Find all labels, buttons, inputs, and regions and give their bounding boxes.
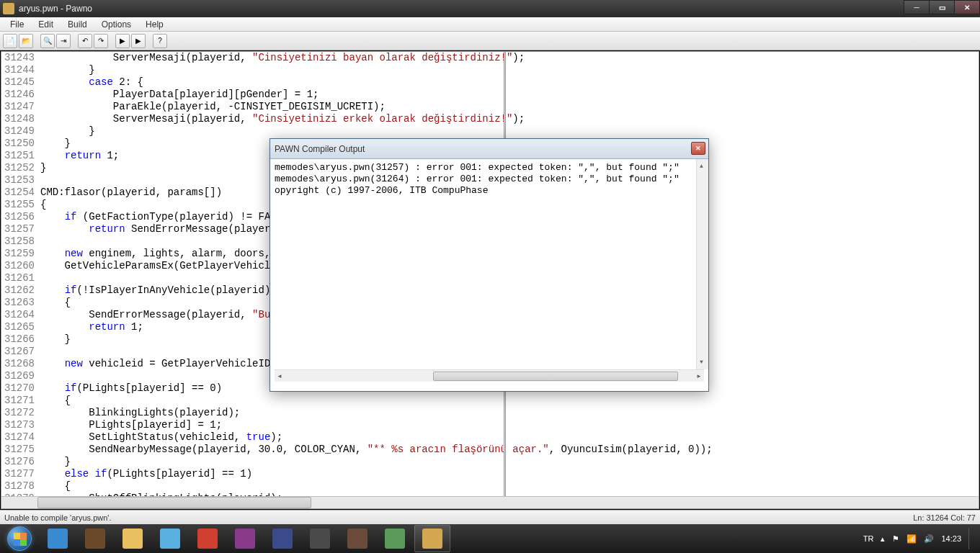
redo-button[interactable]: ↷ [94, 34, 108, 48]
scrollbar-thumb[interactable] [37, 497, 311, 508]
compiler-output-line: memodes\aryus.pwn(31264) : error 001: ex… [275, 174, 704, 185]
windows-taskbar: TR ▴ ⚑ 📶 🔊 14:23 [0, 524, 980, 553]
close-button[interactable]: ✕ [954, 0, 980, 14]
start-button[interactable] [0, 524, 39, 553]
show-desktop-button[interactable] [968, 528, 976, 549]
taskbar-app3[interactable] [377, 525, 413, 552]
line-gutter: 3124331244312453124631247312483124931250… [1, 52, 40, 505]
taskbar-minecraft[interactable] [77, 525, 113, 552]
minimize-button[interactable]: ─ [904, 0, 930, 14]
taskbar-pawno[interactable] [414, 525, 450, 552]
dialog-close-button[interactable]: ✕ [691, 142, 705, 155]
taskbar-folder[interactable] [152, 525, 188, 552]
tray-flag-icon[interactable]: ⚑ [892, 534, 899, 544]
app-icon [3, 3, 14, 14]
tray-chevron-icon[interactable]: ▴ [881, 534, 885, 544]
open-button[interactable]: 📂 [19, 34, 33, 48]
taskbar-notepad[interactable] [302, 525, 338, 552]
system-tray: TR ▴ ⚑ 📶 🔊 14:23 [863, 528, 980, 549]
maximize-button[interactable]: ▭ [929, 0, 955, 14]
statusbar: Unable to compile 'aryus.pwn'. Ln: 31264… [0, 510, 980, 524]
dialog-titlebar[interactable]: PAWN Compiler Output ✕ [270, 139, 708, 159]
horizontal-scrollbar[interactable] [1, 496, 979, 508]
dialog-title-text: PAWN Compiler Output [275, 144, 365, 154]
window-title: aryus.pwn - Pawno [19, 4, 92, 14]
compiler-output-dialog: PAWN Compiler Output ✕ memodes\aryus.pwn… [270, 138, 709, 392]
compile-button[interactable]: ▶ [115, 34, 130, 48]
tray-clock[interactable]: 14:23 [941, 534, 961, 543]
window-titlebar: aryus.pwn - Pawno ─ ▭ ✕ [0, 0, 980, 17]
menu-edit[interactable]: Edit [31, 18, 61, 31]
tray-volume-icon[interactable]: 🔊 [924, 534, 934, 544]
findnext-button[interactable]: ⇥ [56, 34, 71, 48]
dialog-scrollbar-thumb[interactable] [433, 372, 678, 381]
taskbar-app2[interactable] [339, 525, 375, 552]
find-button[interactable]: 🔍 [40, 34, 55, 48]
taskbar-R[interactable] [264, 525, 300, 552]
status-position: Ln: 31264 Col: 77 [913, 513, 976, 522]
undo-button[interactable]: ↶ [78, 34, 92, 48]
menu-build[interactable]: Build [61, 18, 94, 31]
tray-network-icon[interactable]: 📶 [906, 534, 917, 544]
taskbar-explorer[interactable] [115, 525, 151, 552]
run-button[interactable]: ▶ [131, 34, 146, 48]
taskbar-app1[interactable] [227, 525, 263, 552]
dialog-vertical-scrollbar[interactable] [696, 159, 708, 369]
taskbar-ie[interactable] [40, 525, 76, 552]
taskbar-chrome[interactable] [190, 525, 226, 552]
menu-options[interactable]: Options [94, 18, 138, 31]
compiler-output-text[interactable]: memodes\aryus.pwn(31257) : error 001: ex… [270, 159, 708, 369]
tray-language[interactable]: TR [863, 534, 874, 543]
menubar: FileEditBuildOptionsHelp [0, 17, 980, 32]
new-button[interactable]: 📄 [3, 34, 17, 48]
toolbar: 📄📂🔍⇥↶↷▶▶? [0, 32, 980, 50]
menu-file[interactable]: File [3, 18, 31, 31]
menu-help[interactable]: Help [138, 18, 171, 31]
compiler-output-line: memodes\aryus.pwn(31257) : error 001: ex… [275, 162, 704, 174]
dialog-horizontal-scrollbar[interactable] [275, 369, 704, 382]
status-message: Unable to compile 'aryus.pwn'. [4, 513, 112, 522]
help-button[interactable]: ? [153, 34, 167, 48]
compiler-output-line: opyright (c) 1997-2006, ITB CompuPhase [275, 185, 704, 197]
